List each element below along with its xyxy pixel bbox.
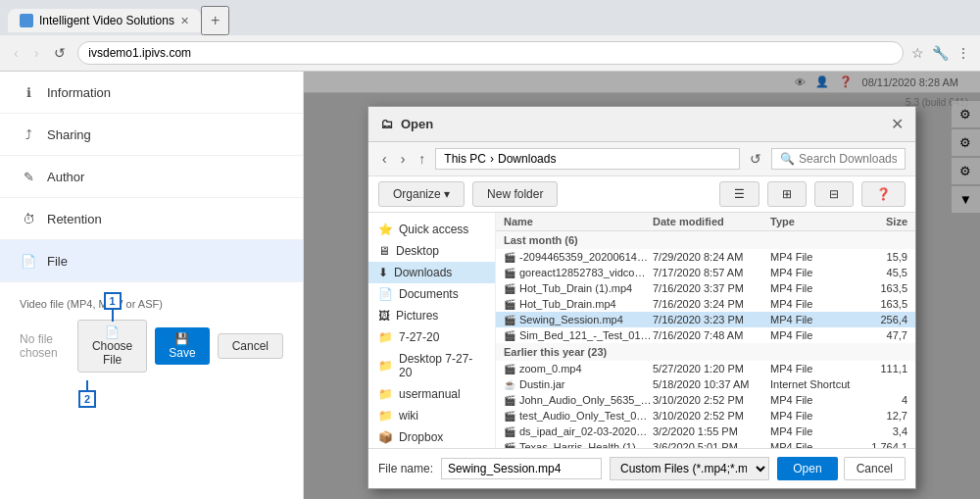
file-row-2[interactable]: 🎬goreact12852783_vidcomm__Mike_Mnu_00000… [496,265,915,280]
view-details-button[interactable]: ⊟ [814,181,854,207]
file-row-1[interactable]: 🎬-2094465359_20200614_163143_16363033.mp… [496,249,915,265]
extension-icon[interactable]: 🔧 [932,45,949,61]
dialog-body: ⭐ Quick access 🖥 Desktop ⬇ Downloads [368,213,915,448]
file-row-12[interactable]: 🎬Texas_Harris_Health (1).mp4 3/6/2020 5:… [496,439,915,448]
new-tab-button[interactable]: + [201,6,229,35]
file-row-10[interactable]: 🎬test_Audio_Only_Test_09-03-2020_5-00-PM… [496,408,915,424]
choose-file-button[interactable]: 📄 Choose File [77,320,147,373]
group-earlier-this-year: Earlier this year (23) [496,343,915,361]
address-bar: ‹ › ↺ ☆ 🔧 ⋮ [0,35,980,71]
open-dialog: 🗂 Open ✕ ‹ › ↑ This PC › Downloads ↺ [368,106,916,489]
view-list-button[interactable]: ☰ [719,181,760,207]
dialog-footer-buttons: Open Cancel [777,457,906,480]
cancel-button[interactable]: Cancel [218,333,283,359]
file-row-6[interactable]: 🎬Sim_Bed_121_-_Test_01_13-07-2020_4-48-P… [496,327,915,343]
folder-7-27-20-label: 7-27-20 [399,330,439,344]
file-size-6: 47,7 [858,329,907,341]
save-button[interactable]: 💾 Save [155,327,209,365]
dialog-close-button[interactable]: ✕ [891,115,904,133]
desktop-icon: 🖥 [378,244,390,258]
group-earlier-label: Earlier this year (23) [504,346,607,358]
help-dialog-button[interactable]: ❓ [861,181,906,207]
file-type-1: MP4 File [770,251,858,263]
file-size-12: 1,764.1 [858,441,907,448]
dialog-search-input[interactable] [799,152,897,166]
file-name-3: 🎬Hot_Tub_Drain (1).mp4 [504,282,653,294]
tab-title: Intelligent Video Solutions [39,14,174,27]
file-row-9[interactable]: 🎬John_Audio_Only_5635_10-03-2020_2-20-PM… [496,392,915,408]
search-icon: 🔍 [780,152,795,166]
sidebar-dropbox[interactable]: 📦 Dropbox [368,426,495,448]
quick-access-label: Quick access [399,223,468,236]
file-row-8[interactable]: ☕Dustin.jar 5/18/2020 10:37 AM Internet … [496,376,915,392]
mp4-icon-5: 🎬 [504,315,515,325]
sidebar-7-27-20[interactable]: 📁 7-27-20 [368,326,495,348]
downloads-icon: ⬇ [378,266,388,279]
file-size-7: 111,1 [858,363,907,374]
address-input[interactable] [77,41,904,65]
dropbox-label: Dropbox [399,430,443,444]
tab-close-button[interactable]: ✕ [180,15,189,27]
sidebar-desktop[interactable]: 🖥 Desktop [368,240,495,262]
dialog-toolbar: Organize ▾ New folder ☰ ⊞ ⊟ ❓ [368,176,915,213]
col-size-header[interactable]: Size [858,216,907,227]
dialog-search-box[interactable]: 🔍 [771,148,906,170]
sidebar-item-retention[interactable]: ⏱ Retention [0,198,303,240]
sharing-icon: ⤴ [20,125,37,143]
reload-button[interactable]: ↺ [50,43,70,63]
col-name-header[interactable]: Name [504,216,653,227]
back-button[interactable]: ‹ [10,43,23,63]
browser-tab[interactable]: Intelligent Video Solutions ✕ [8,9,201,32]
sidebar-usermanual[interactable]: 📁 usermanual [368,383,495,405]
file-name-1: 🎬-2094465359_20200614_163143_16363033.mp… [504,251,653,263]
bookmark-icon[interactable]: ☆ [911,45,924,61]
group-last-month-label: Last month (6) [504,234,578,246]
dialog-up-button[interactable]: ↑ [415,149,429,169]
annotation-2: 2 [78,390,96,408]
sidebar-documents[interactable]: 📄 Documents [368,283,495,305]
new-folder-button[interactable]: New folder [472,181,558,207]
sidebar-item-file[interactable]: 📄 File [0,240,303,282]
sidebar-downloads[interactable]: ⬇ Downloads [368,262,495,283]
dialog-open-button[interactable]: Open [777,457,837,480]
file-section: Video file (MP4, MOV or ASF) No file cho… [0,282,303,424]
quick-access-icon: ⭐ [378,223,393,236]
forward-button[interactable]: › [30,43,43,63]
file-row-3[interactable]: 🎬Hot_Tub_Drain (1).mp4 7/16/2020 3:37 PM… [496,280,915,296]
file-date-10: 3/10/2020 2:52 PM [653,410,770,422]
dialog-cancel-button[interactable]: Cancel [844,457,906,480]
menu-icon[interactable]: ⋮ [956,45,970,61]
file-size-4: 163,5 [858,298,907,310]
sidebar-item-sharing[interactable]: ⤴ Sharing [0,114,303,156]
path-separator: › [490,152,494,166]
sidebar-item-author[interactable]: ✎ Author [0,156,303,198]
sidebar-item-information[interactable]: ℹ Information [0,72,303,114]
filename-input[interactable] [441,458,602,479]
usermanual-label: usermanual [399,387,461,401]
file-date-11: 3/2/2020 1:55 PM [653,425,770,437]
path-downloads[interactable]: Downloads [498,152,556,166]
annotation-1: 1 [104,292,122,310]
sidebar-pictures[interactable]: 🖼 Pictures [368,305,495,326]
sidebar-quick-access[interactable]: ⭐ Quick access [368,219,495,240]
documents-icon: 📄 [378,287,393,301]
col-type-header[interactable]: Type [770,216,858,227]
path-this-pc[interactable]: This PC [444,152,486,166]
view-grid-button[interactable]: ⊞ [767,181,807,207]
dialog-refresh-button[interactable]: ↺ [746,149,765,169]
dialog-forward-button[interactable]: › [397,149,410,169]
dialog-overlay: 🗂 Open ✕ ‹ › ↑ This PC › Downloads ↺ [304,72,980,499]
file-row-4[interactable]: 🎬Hot_Tub_Drain.mp4 7/16/2020 3:24 PM MP4… [496,296,915,312]
file-row-5[interactable]: 🎬Sewing_Session.mp4 7/16/2020 3:23 PM MP… [496,312,915,327]
organize-button[interactable]: Organize ▾ [378,181,465,207]
sidebar-desktop-7-27-20[interactable]: 📁 Desktop 7-27-20 [368,348,495,383]
col-date-header[interactable]: Date modified [653,216,770,227]
file-date-8: 5/18/2020 10:37 AM [653,378,770,390]
dialog-back-button[interactable]: ‹ [378,149,391,169]
file-row-11[interactable]: 🎬ds_ipad_air_02-03-2020_1-54-PM.mp4 3/2/… [496,424,915,439]
filetype-select[interactable]: Custom Files (*.mp4;*.mov;*.as [610,457,769,480]
sidebar-wiki[interactable]: 📁 wiki [368,405,495,426]
file-row-7[interactable]: 🎬zoom_0.mp4 5/27/2020 1:20 PM MP4 File 1… [496,361,915,376]
choose-file-label: Choose File [92,339,132,367]
file-icon: 📄 [20,252,37,270]
